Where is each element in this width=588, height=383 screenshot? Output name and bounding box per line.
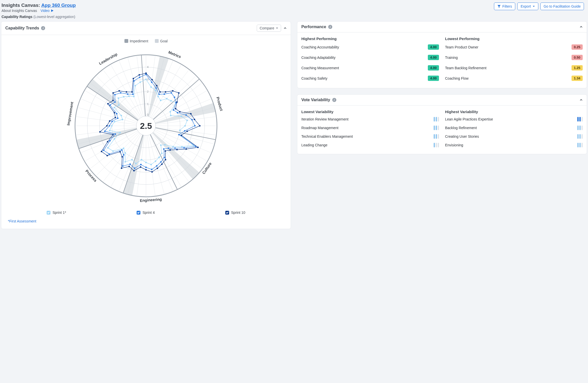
variability-row[interactable]: Backlog Refinement — [445, 124, 583, 132]
about-link[interactable]: About Insights Canvas — [2, 9, 37, 13]
performance-row[interactable]: Training 0.50 — [445, 52, 583, 63]
performance-row[interactable]: Coaching Accountability 4.00 — [301, 42, 439, 52]
svg-point-126 — [191, 119, 193, 120]
svg-line-49 — [96, 76, 139, 119]
svg-point-94 — [131, 159, 133, 160]
performance-row[interactable]: Coaching Adaptability 4.00 — [301, 52, 439, 63]
svg-point-206 — [118, 90, 120, 92]
svg-point-89 — [155, 161, 156, 162]
svg-point-193 — [119, 151, 121, 152]
svg-point-108 — [118, 104, 120, 106]
svg-point-151 — [109, 125, 110, 127]
svg-point-203 — [107, 103, 109, 105]
performance-row[interactable]: Team Backlog Refinement 1.25 — [445, 63, 583, 73]
svg-point-71 — [160, 100, 161, 101]
svg-point-194 — [106, 155, 108, 156]
collapse-icon[interactable] — [284, 27, 287, 30]
column-header: Highest Performing — [301, 35, 439, 42]
svg-point-189 — [133, 170, 135, 171]
filters-button[interactable]: Filters — [494, 3, 515, 10]
svg-line-55 — [141, 55, 145, 116]
svg-text:0: 0 — [147, 113, 149, 116]
first-assessment-note: *First Assessment — [8, 219, 287, 223]
svg-point-124 — [177, 112, 178, 113]
sprint-toggle[interactable]: Sprint 4 — [137, 211, 155, 215]
column-header: Lowest Variability — [301, 108, 439, 115]
sprint-toggle[interactable]: Sprint 10 — [225, 211, 245, 215]
variability-row[interactable]: Roadmap Management — [301, 124, 439, 132]
variability-card: Vote Variability i Lowest Variability It… — [297, 94, 587, 154]
svg-point-160 — [132, 93, 134, 95]
svg-point-205 — [112, 92, 114, 94]
export-button[interactable]: Export — [517, 3, 538, 10]
radar-overlay-legend: Impediment Goal — [4, 39, 288, 43]
svg-point-156 — [114, 101, 116, 103]
svg-point-174 — [194, 119, 195, 120]
goal-toggle[interactable]: Goal — [155, 39, 168, 43]
svg-line-57 — [155, 128, 215, 140]
svg-point-138 — [151, 169, 153, 170]
info-icon[interactable]: i — [41, 26, 45, 30]
svg-text:Product: Product — [216, 96, 224, 111]
svg-text:Leadership: Leadership — [98, 52, 118, 66]
svg-point-152 — [111, 120, 113, 122]
performance-row[interactable]: Team Product Owner 0.25 — [445, 42, 583, 52]
video-link[interactable]: Video — [41, 9, 54, 13]
svg-point-91 — [145, 162, 147, 163]
variability-row[interactable]: Technical Enablers Management — [301, 132, 439, 141]
sprint-toggle[interactable]: Sprint 1* — [47, 211, 66, 215]
svg-point-159 — [127, 93, 128, 95]
svg-point-146 — [108, 153, 110, 155]
svg-point-79 — [184, 125, 186, 127]
svg-line-48 — [90, 83, 138, 120]
facilitation-guide-button[interactable]: Go to Facilitation Guide — [540, 3, 584, 10]
svg-point-187 — [145, 169, 147, 171]
performance-row[interactable]: Coaching Flow 1.34 — [445, 73, 583, 83]
info-icon[interactable]: i — [332, 98, 336, 102]
variability-bars — [434, 143, 439, 147]
svg-point-87 — [161, 152, 163, 154]
svg-text:2: 2 — [147, 90, 149, 93]
score-badge: 1.34 — [572, 76, 583, 81]
svg-point-158 — [120, 92, 121, 94]
svg-point-210 — [139, 74, 140, 76]
variability-row[interactable]: Lean Agile Practices Expertise — [445, 115, 583, 124]
title-group-link[interactable]: App 360 Group — [41, 3, 76, 8]
compare-button[interactable]: Compare — [257, 25, 281, 32]
variability-bars — [434, 117, 439, 121]
impediment-toggle[interactable]: Impediment — [124, 39, 148, 43]
capability-name: Envisioning — [445, 143, 463, 147]
svg-point-191 — [121, 167, 122, 169]
svg-point-121 — [174, 97, 175, 98]
filter-icon — [497, 5, 501, 8]
svg-text:1: 1 — [147, 102, 149, 106]
performance-row[interactable]: Coaching Safety 4.00 — [301, 73, 439, 83]
svg-point-161 — [133, 80, 135, 82]
svg-point-185 — [157, 168, 158, 169]
sprint-legend: Sprint 1* Sprint 4 Sprint 10 — [11, 211, 281, 215]
info-icon[interactable]: i — [328, 25, 332, 29]
svg-point-119 — [163, 93, 165, 95]
svg-point-171 — [175, 108, 176, 110]
capability-name: Coaching Adaptability — [301, 56, 336, 60]
title-prefix: Insights Canvas: — [2, 3, 41, 8]
svg-point-80 — [179, 130, 181, 131]
svg-line-26 — [152, 133, 189, 182]
capability-name: Coaching Accountability — [301, 45, 339, 49]
variability-row[interactable]: Envisioning — [445, 141, 583, 149]
variability-row[interactable]: Leading Change — [301, 141, 439, 149]
capability-name: Coaching Safety — [301, 76, 327, 80]
svg-point-196 — [107, 141, 108, 143]
performance-row[interactable]: Coaching Measurement 4.00 — [301, 63, 439, 73]
variability-row[interactable]: Iteration Review Management — [301, 115, 439, 124]
capability-radar-chart: 123402.5MetricsProductCultureEngineering… — [65, 45, 227, 207]
svg-point-67 — [145, 79, 147, 80]
collapse-icon[interactable] — [580, 25, 583, 28]
variability-row[interactable]: Creating User Stories — [445, 132, 583, 141]
collapse-icon[interactable] — [580, 98, 583, 101]
svg-point-181 — [169, 149, 171, 151]
svg-point-104 — [114, 121, 115, 123]
score-badge: 4.00 — [428, 44, 439, 50]
svg-point-184 — [161, 163, 163, 165]
svg-point-200 — [109, 120, 111, 122]
